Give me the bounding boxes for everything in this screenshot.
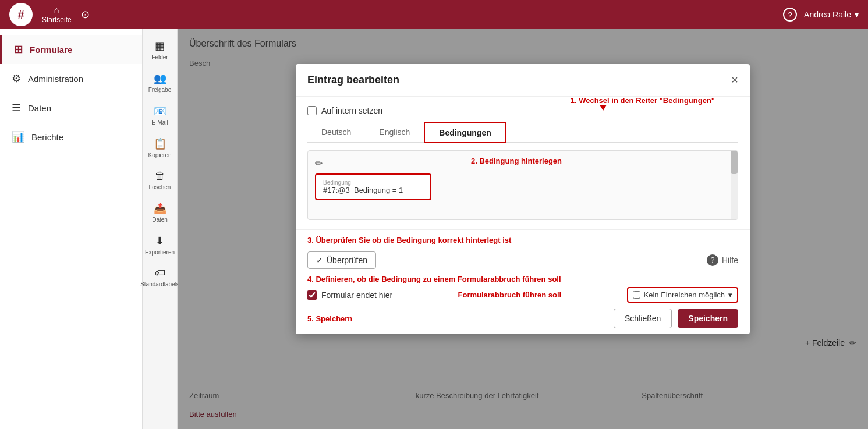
toolbar-freigabe[interactable]: 👥 Freigabe [146,68,173,98]
startseite-button[interactable]: ⌂ Startseite [42,5,72,24]
berichte-icon: 📊 [12,130,24,143]
condition-area: ✏ 2. Bedingung hinterlegen Bedingung #17… [307,150,738,220]
chevron-down-icon: ▾ [855,10,859,19]
speichern-button[interactable]: Speichern [678,309,738,328]
kopieren-icon: 📋 [154,137,166,150]
form-toolbar: ▦ Felder 👥 Freigabe 📧 E-Mail 📋 Kopieren … [143,29,178,429]
toolbar-felder[interactable]: ▦ Felder [149,35,170,65]
startseite-label: Startseite [42,16,72,24]
toolbar-email[interactable]: 📧 E-Mail [149,100,170,130]
dropdown-arrow-icon: ▾ [728,290,732,299]
main-layout: ⊞ Formulare ⚙ Administration ☰ Daten 📊 B… [0,29,868,429]
condition-value[interactable]: #17:@3_Bedingung = 1 [323,186,423,194]
intern-checkbox[interactable] [307,106,317,115]
navbar-left: # ⌂ Startseite ⊙ [9,3,90,26]
condition-input-wrap: Bedingung #17:@3_Bedingung = 1 [315,173,431,200]
navbar-right: ? Andrea Raile ▾ [783,8,859,22]
modal-close-button[interactable]: × [731,73,738,87]
freigabe-icon: 👥 [154,72,166,85]
logo-icon[interactable]: # [9,3,33,26]
tab-bedingungen[interactable]: Bedingungen [424,122,506,143]
modal-title: Eintrag bearbeiten [307,74,399,86]
action-row: 5. Speichern Schließen Speichern [307,309,738,328]
tab-englisch[interactable]: Englisch [365,122,424,143]
toolbar-loeschen[interactable]: 🗑 Löschen [147,165,173,195]
daten-toolbar-icon: 📤 [154,202,166,215]
modal-overlay: Eintrag bearbeiten × Auf intern setzen D [178,29,868,429]
checkmark-icon: ✓ [316,256,323,265]
home-icon: ⌂ [54,5,60,16]
administration-icon: ⚙ [12,72,21,85]
felder-icon: ▦ [155,40,165,52]
help-icon[interactable]: ? [783,8,797,22]
location-icon: ⊙ [81,8,90,21]
form-end-checkbox-wrap: Formular endet hier [307,290,392,300]
annotation-3: 3. Überprüfen Sie ob die Bedingung korre… [307,236,738,244]
user-name: Andrea Raile [804,10,851,19]
help-circle-icon: ? [707,254,718,266]
main-content: Überschrift des Formulars Besch Zeitraum… [178,29,868,429]
intern-checkbox-row: Auf intern setzen [307,106,738,115]
sidebar-item-label: Daten [28,103,51,113]
standardlabels-icon: 🏷 [155,267,165,279]
sidebar-item-label: Formulare [30,45,72,55]
pencil-icon[interactable]: ✏ [315,158,731,169]
modal-header: Eintrag bearbeiten × [296,64,750,97]
sidebar: ⊞ Formulare ⚙ Administration ☰ Daten 📊 B… [0,29,143,429]
edit-modal: Eintrag bearbeiten × Auf intern setzen D [296,64,750,334]
kein-einreichen-wrap: Kein Einreichen möglich ▾ [627,287,738,303]
toolbar-daten[interactable]: 📤 Daten [150,197,170,228]
navbar: # ⌂ Startseite ⊙ ? Andrea Raile ▾ [0,0,868,29]
modal-body: Auf intern setzen Deutsch Englisch Bedin… [296,97,750,229]
sidebar-item-label: Berichte [31,132,63,142]
annotation-5: 5. Speichern [307,314,352,323]
toolbar-kopieren[interactable]: 📋 Kopieren [146,133,173,163]
annotation-4: 4. Definieren, ob die Bedingung zu einem… [307,275,738,283]
help-link[interactable]: ? Hilfe [707,254,738,266]
toolbar-standardlabels[interactable]: 🏷 Standardlabels [138,263,182,292]
scrollbar[interactable] [731,151,738,219]
loeschen-icon: 🗑 [155,170,165,182]
sidebar-item-administration[interactable]: ⚙ Administration [0,64,142,93]
modal-tabs: Deutsch Englisch Bedingungen [307,122,738,143]
formulare-icon: ⊞ [14,43,23,56]
exportieren-icon: ⬇ [155,235,164,247]
sidebar-item-daten[interactable]: ☰ Daten [0,93,142,122]
form-end-checkbox[interactable] [307,290,317,300]
email-icon: 📧 [154,105,166,118]
toolbar-exportieren[interactable]: ⬇ Exportieren [143,230,177,260]
intern-label: Auf intern setzen [321,106,382,115]
verify-button[interactable]: ✓ Überprüfen [307,251,376,269]
verify-row: ✓ Überprüfen ? Hilfe [307,251,738,269]
condition-label: Bedingung [323,179,423,186]
sidebar-item-formulare[interactable]: ⊞ Formulare [0,35,142,64]
user-menu[interactable]: Andrea Raile ▾ [804,10,859,19]
sidebar-item-label: Administration [28,74,83,84]
daten-icon: ☰ [12,101,21,114]
modal-footer: 3. Überprüfen Sie ob die Bedingung korre… [296,229,750,334]
sidebar-item-berichte[interactable]: 📊 Berichte [0,122,142,151]
kein-einreichen-checkbox[interactable] [633,291,640,299]
form-end-label: Formular endet hier [321,290,392,300]
scrollbar-thumb[interactable] [731,151,738,174]
form-end-section: 4. Definieren, ob die Bedingung zu einem… [307,275,738,303]
annotation-1: 1. Wechsel in den Reiter "Bedingungen" [571,97,715,105]
tab-deutsch[interactable]: Deutsch [307,122,365,143]
schliessen-button[interactable]: Schließen [614,309,672,328]
form-end-row: Formular endet hier Formularabbruch führ… [307,287,738,303]
annotation-4-part2: Formularabbruch führen soll [402,290,617,299]
